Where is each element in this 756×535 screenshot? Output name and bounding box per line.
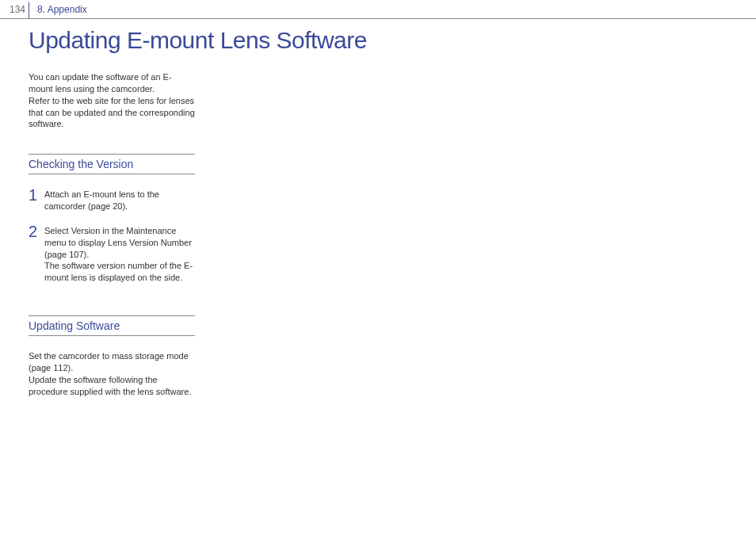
step-number: 2 bbox=[29, 224, 44, 239]
subsection-updating-heading: Updating Software bbox=[29, 315, 195, 336]
section-label: 8. Appendix bbox=[29, 4, 87, 15]
updating-body: Set the camcorder to mass storage mode (… bbox=[29, 350, 195, 397]
page-title: Updating E-mount Lens Software bbox=[29, 27, 756, 54]
subsection-checking-heading: Checking the Version bbox=[29, 154, 195, 174]
page-number: 134 bbox=[0, 4, 29, 15]
step-item: 2 Select Version in the Maintenance menu… bbox=[29, 225, 195, 284]
subsection-updating: Updating Software Set the camcorder to m… bbox=[29, 315, 195, 397]
step-item: 1 Attach an E-mount lens to the camcorde… bbox=[29, 189, 195, 212]
content-area: Updating E-mount Lens Software You can u… bbox=[0, 19, 756, 398]
intro-paragraph: You can update the software of an E-moun… bbox=[29, 71, 195, 130]
header-bar: 134 8. Appendix bbox=[0, 0, 756, 19]
step-text: Attach an E-mount lens to the camcorder … bbox=[44, 189, 195, 212]
text-column: You can update the software of an E-moun… bbox=[29, 71, 195, 398]
step-number: 1 bbox=[29, 187, 44, 203]
step-text: Select Version in the Maintenance menu t… bbox=[44, 225, 195, 284]
